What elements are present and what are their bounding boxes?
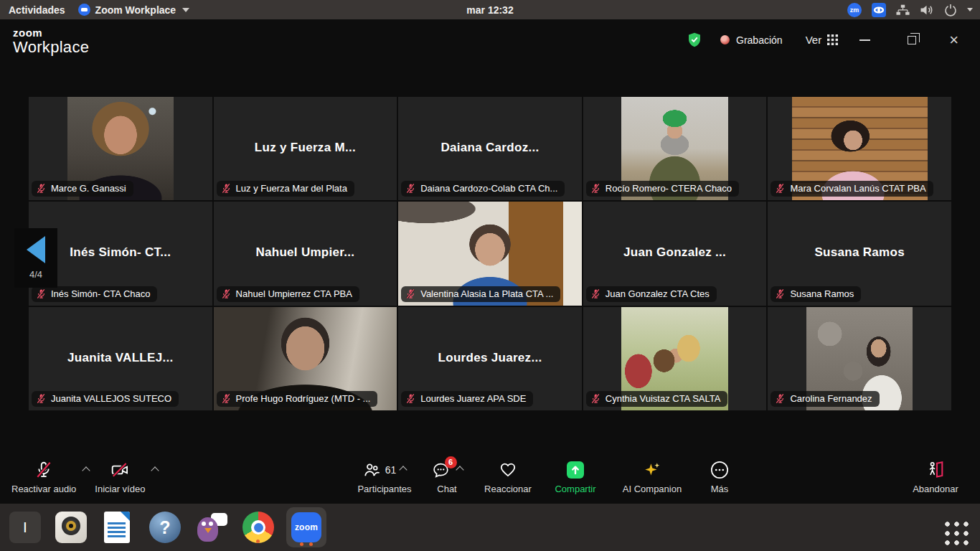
participant-name: Susana Ramos <box>790 288 854 299</box>
muted-mic-icon <box>590 393 601 404</box>
zoom-workplace-logo: zoom Workplace <box>13 27 89 55</box>
more-label: Más <box>711 484 729 494</box>
meeting-toolbar: Reactivar audio Iniciar vídeo <box>0 452 980 504</box>
share-button[interactable]: Compartir <box>542 452 608 494</box>
participant-name: Profe Hugo Rodríguez (MTD - ... <box>236 393 371 404</box>
logo-workplace: Workplace <box>13 39 89 55</box>
dock-item-pidgin[interactable] <box>195 511 228 544</box>
participants-label: Participantes <box>357 484 411 494</box>
writer-document-icon <box>104 512 130 543</box>
zoom-icon: zoom <box>291 512 321 542</box>
activities-button[interactable]: Actividades <box>9 4 65 16</box>
participant-tile[interactable]: Juan Gonzalez ... Juan Gonzalez CTA Ctes <box>583 202 767 305</box>
zoom-tray-icon[interactable]: zm <box>847 3 862 17</box>
participant-tile[interactable]: Susana Ramos Susana Ramos <box>768 202 951 305</box>
close-icon[interactable]: × <box>949 34 958 46</box>
participant-label: Daiana Cardozo-Colab CTA Ch... <box>401 181 565 197</box>
dock-item-rhythmbox[interactable] <box>55 511 88 544</box>
ai-companion-button[interactable]: AI Companion <box>608 452 696 494</box>
participant-tile[interactable]: Marce G. Ganassi <box>29 97 212 200</box>
gallery-grid: Marce G. Ganassi Luz y Fuerza M... Luz y… <box>29 97 951 410</box>
security-shield-icon[interactable] <box>687 32 702 47</box>
participant-name: Mara Corvalan Lanús CTAT PBA <box>790 183 925 194</box>
video-options-caret[interactable] <box>151 466 159 474</box>
participant-tile[interactable]: Mara Corvalan Lanús CTAT PBA <box>768 97 951 200</box>
participant-name: Valentina Alasia La Plata CTA ... <box>420 288 553 299</box>
app-menu-button[interactable]: Zoom Workplace <box>78 4 190 16</box>
minimize-icon[interactable] <box>859 39 870 41</box>
clock[interactable]: mar 12:32 <box>466 4 513 16</box>
dock-item-help[interactable]: ? <box>149 511 182 544</box>
participant-tile[interactable]: Nahuel Umpier... Nahuel Umpierrez CTA PB… <box>214 202 397 305</box>
chat-caret[interactable] <box>456 466 463 474</box>
mic-muted-icon <box>34 461 53 479</box>
muted-mic-icon <box>775 183 786 194</box>
app-grid-icon[interactable] <box>943 519 971 547</box>
participant-name: Rocío Romero- CTERA Chaco <box>606 183 732 194</box>
share-icon <box>566 461 585 479</box>
view-label: Ver <box>806 34 822 46</box>
volume-icon[interactable] <box>920 4 934 17</box>
participant-name: Luz y Fuerza Mar del Plata <box>236 183 347 194</box>
previous-page-button[interactable]: 4/4 <box>14 228 57 288</box>
participant-tile[interactable]: Daiana Cardoz... Daiana Cardozo-Colab CT… <box>398 97 582 200</box>
text-cursor-icon: I <box>9 512 41 543</box>
participants-button[interactable]: 61 Participantes <box>349 452 420 494</box>
participant-tile[interactable]: Luz y Fuerza M... Luz y Fuerza Mar del P… <box>214 97 397 200</box>
heart-icon <box>499 461 517 479</box>
chevron-down-icon <box>182 8 189 12</box>
dock-item-text-editor[interactable]: I <box>9 511 42 544</box>
chevron-down-icon[interactable] <box>967 8 973 11</box>
participant-label: Mara Corvalan Lanús CTAT PBA <box>771 181 933 197</box>
start-video-label: Iniciar vídeo <box>95 484 145 494</box>
participant-tile[interactable]: Profe Hugo Rodríguez (MTD - ... <box>214 307 397 410</box>
participant-label: Profe Hugo Rodríguez (MTD - ... <box>217 391 378 407</box>
participant-tile-active-speaker[interactable]: Valentina Alasia La Plata CTA ... <box>398 202 582 305</box>
gallery-view-icon <box>827 34 838 45</box>
chat-button[interactable]: 6 Chat <box>420 452 473 494</box>
participant-name: Nahuel Umpierrez CTA PBA <box>236 288 352 299</box>
participant-tile[interactable]: Cynthia Vuistaz CTA SALTA <box>583 307 767 410</box>
ellipsis-icon <box>710 461 729 479</box>
muted-mic-icon <box>405 288 416 299</box>
page-indicator: 4/4 <box>29 269 42 280</box>
participants-count: 61 <box>385 464 397 476</box>
recording-dot-icon <box>720 35 730 44</box>
audio-options-caret[interactable] <box>83 466 90 474</box>
network-icon[interactable] <box>896 4 910 16</box>
participants-caret[interactable] <box>400 466 407 474</box>
muted-mic-icon <box>36 393 47 404</box>
power-icon[interactable] <box>944 4 957 17</box>
participant-tile[interactable]: Rocío Romero- CTERA Chaco <box>583 97 767 200</box>
teamviewer-icon[interactable] <box>872 3 886 17</box>
leave-meeting-button[interactable]: Abandonar <box>903 452 969 494</box>
participant-tile[interactable]: Lourdes Juarez... Lourdes Juarez APA SDE <box>398 307 582 410</box>
muted-mic-icon <box>590 288 601 299</box>
muted-mic-icon <box>221 393 232 404</box>
dock-item-libreoffice-writer[interactable] <box>101 511 134 544</box>
dock-item-zoom-active[interactable]: zoom <box>286 507 326 547</box>
view-button[interactable]: Ver <box>806 34 839 46</box>
start-video-button[interactable]: Iniciar vídeo <box>95 452 145 494</box>
more-button[interactable]: Más <box>696 452 743 494</box>
participant-name: Marce G. Ganassi <box>51 183 126 194</box>
dock: I ? zoom <box>0 504 980 551</box>
participant-label: Luz y Fuerza Mar del Plata <box>217 181 354 197</box>
muted-mic-icon <box>590 183 601 194</box>
react-button[interactable]: Reaccionar <box>473 452 542 494</box>
help-icon: ? <box>149 512 181 543</box>
participant-display-name: Susana Ramos <box>768 245 951 260</box>
react-label: Reaccionar <box>484 484 532 494</box>
logo-zoom: zoom <box>13 27 89 39</box>
participant-name: Carolina Fernandez <box>790 393 872 404</box>
recording-indicator[interactable]: Grabación <box>720 34 783 46</box>
arrow-left-icon <box>27 236 45 263</box>
participant-tile[interactable]: Juanita VALLEJ... Juanita VALLEJOS SUTEC… <box>29 307 212 410</box>
restore-icon[interactable] <box>908 36 916 44</box>
muted-mic-icon <box>221 288 232 299</box>
dock-item-chrome[interactable] <box>242 511 275 544</box>
participant-tile[interactable]: Carolina Fernandez <box>768 307 951 410</box>
zoom-meeting-window: zoom Workplace Grabación Ver × <box>0 19 980 504</box>
participant-label: Nahuel Umpierrez CTA PBA <box>217 286 359 302</box>
unmute-audio-button[interactable]: Reactivar audio <box>11 452 76 494</box>
